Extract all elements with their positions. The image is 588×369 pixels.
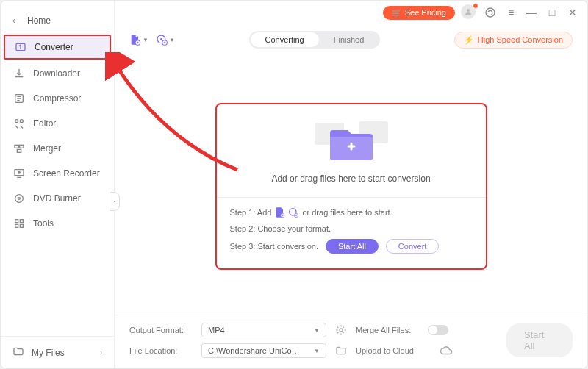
- sidebar-item-merger[interactable]: Merger: [1, 136, 114, 161]
- merger-icon: [12, 142, 26, 155]
- tab-converting[interactable]: Converting: [251, 32, 319, 47]
- output-format-label: Output Format:: [129, 326, 196, 334]
- step-3: Step 3: Start conversion. Start All Conv…: [230, 239, 473, 254]
- sidebar-item-screen-recorder[interactable]: Screen Recorder: [1, 161, 114, 186]
- sidebar-item-label: Editor: [33, 118, 56, 129]
- editor-icon: [12, 117, 26, 130]
- svg-point-15: [467, 9, 470, 12]
- minimize-button[interactable]: —: [524, 5, 539, 20]
- svg-point-16: [486, 8, 495, 17]
- cloud-upload-button[interactable]: [428, 344, 465, 357]
- sidebar: ‹ Home Converter Downloader Compressor E…: [1, 1, 115, 368]
- account-button[interactable]: [461, 4, 477, 21]
- merge-label: Merge All Files:: [356, 326, 422, 334]
- chevron-left-icon: ‹: [12, 15, 15, 26]
- step3-prefix: Step 3: Start conversion.: [230, 242, 318, 251]
- sidebar-item-dvd-burner[interactable]: DVD Burner: [1, 186, 114, 211]
- sidebar-item-label: Screen Recorder: [33, 168, 100, 179]
- lightning-icon: ⚡: [464, 35, 474, 45]
- open-folder-button[interactable]: [332, 345, 350, 357]
- dropzone-message: Add or drag files here to start conversi…: [217, 173, 486, 184]
- home-back[interactable]: ‹ Home: [1, 8, 114, 33]
- disc-plus-icon: [287, 207, 299, 218]
- high-speed-label: High Speed Conversion: [478, 35, 563, 44]
- output-format-value: MP4: [208, 326, 225, 334]
- output-format-select[interactable]: MP4 ▼: [201, 323, 326, 337]
- my-files-label: My Files: [32, 348, 65, 358]
- toolbar: ▼ ▼ Converting Finished ⚡ High Speed Con…: [115, 24, 587, 58]
- svg-rect-12: [20, 220, 23, 223]
- sidebar-item-converter[interactable]: Converter: [4, 35, 111, 60]
- upload-cloud-label: Upload to Cloud: [356, 346, 422, 355]
- see-pricing-button[interactable]: 🛒 See Pricing: [383, 6, 455, 20]
- file-location-label: File Location:: [129, 346, 196, 355]
- add-disc-button[interactable]: ▼: [156, 30, 175, 49]
- main-panel: 🛒 See Pricing ≡ — □ ✕ ▼ ▼ Convert: [115, 1, 587, 368]
- status-tabs: Converting Finished: [249, 31, 381, 49]
- svg-rect-5: [20, 145, 24, 148]
- step1-suffix: or drag files here to start.: [302, 208, 392, 217]
- compressor-icon: [12, 92, 26, 105]
- format-settings-button[interactable]: [332, 324, 350, 336]
- svg-rect-14: [20, 224, 23, 227]
- tools-icon: [12, 217, 26, 230]
- sidebar-collapse-handle[interactable]: ‹: [110, 192, 120, 211]
- sidebar-item-label: Converter: [35, 42, 74, 52]
- file-location-select[interactable]: C:\Wondershare UniConverter ▼: [201, 343, 326, 358]
- folder-plus-icon: [318, 119, 384, 163]
- my-files-button[interactable]: My Files ›: [1, 336, 114, 368]
- home-label: Home: [27, 15, 51, 26]
- svg-point-26: [340, 329, 343, 332]
- step1-prefix: Step 1: Add: [230, 208, 272, 217]
- screen-recorder-icon: [12, 167, 26, 180]
- add-file-button[interactable]: ▼: [129, 30, 148, 49]
- merge-toggle[interactable]: [428, 325, 448, 335]
- menu-button[interactable]: ≡: [503, 5, 518, 20]
- start-all-button[interactable]: Start All: [326, 239, 379, 254]
- sidebar-item-editor[interactable]: Editor: [1, 111, 114, 136]
- downloader-icon: [12, 67, 26, 80]
- tab-finished[interactable]: Finished: [319, 32, 379, 47]
- start-all-main-button[interactable]: Start All: [506, 323, 573, 357]
- convert-button[interactable]: Convert: [386, 239, 440, 254]
- support-button[interactable]: [483, 5, 498, 20]
- file-plus-icon: [274, 207, 286, 218]
- high-speed-conversion-button[interactable]: ⚡ High Speed Conversion: [454, 32, 573, 49]
- chevron-down-icon: ▼: [143, 37, 148, 43]
- sidebar-item-label: Downloader: [33, 68, 80, 79]
- chevron-down-icon: ▼: [169, 37, 175, 43]
- svg-point-3: [20, 120, 23, 123]
- sidebar-item-label: Merger: [33, 143, 61, 154]
- step-1: Step 1: Add or drag files here to start.: [230, 207, 473, 218]
- svg-rect-4: [15, 145, 18, 148]
- footer: Output Format: MP4 ▼ Merge All Files: St…: [115, 315, 587, 368]
- chevron-right-icon: ›: [100, 348, 102, 357]
- sidebar-item-label: Compressor: [33, 93, 81, 104]
- sidebar-item-compressor[interactable]: Compressor: [1, 86, 114, 111]
- sidebar-item-tools[interactable]: Tools: [1, 211, 114, 236]
- svg-rect-11: [15, 220, 18, 223]
- file-location-value: C:\Wondershare UniConverter: [208, 346, 304, 355]
- cart-icon: 🛒: [392, 8, 402, 18]
- dvd-burner-icon: [12, 192, 26, 205]
- maximize-button[interactable]: □: [545, 5, 559, 20]
- close-button[interactable]: ✕: [565, 5, 580, 20]
- notification-dot-icon: [473, 3, 478, 9]
- chevron-down-icon: ▼: [314, 327, 320, 334]
- svg-point-19: [160, 38, 162, 40]
- folder-icon: [12, 345, 24, 359]
- titlebar: 🛒 See Pricing ≡ — □ ✕: [115, 1, 587, 24]
- sidebar-item-downloader[interactable]: Downloader: [1, 61, 114, 86]
- svg-rect-13: [15, 224, 18, 227]
- dropzone[interactable]: Add or drag files here to start conversi…: [215, 103, 487, 270]
- svg-point-2: [15, 120, 18, 123]
- svg-point-9: [15, 195, 24, 203]
- step-2: Step 2: Choose your format.: [230, 224, 473, 233]
- sidebar-item-label: DVD Burner: [33, 193, 81, 204]
- sidebar-item-label: Tools: [33, 218, 54, 229]
- pricing-label: See Pricing: [405, 8, 446, 17]
- svg-rect-6: [17, 149, 21, 152]
- svg-point-10: [18, 198, 21, 200]
- chevron-down-icon: ▼: [314, 348, 320, 354]
- svg-point-8: [18, 171, 21, 173]
